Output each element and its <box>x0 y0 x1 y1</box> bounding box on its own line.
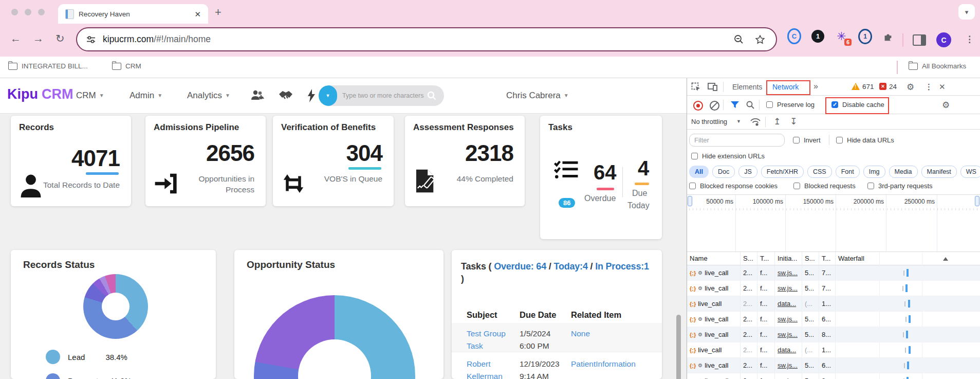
extensions-puzzle-icon[interactable] <box>881 29 895 43</box>
network-request-row[interactable]: {;}⚙live_call 2...f... sw.js... 5...6... <box>687 312 980 327</box>
filter-chip-manifest[interactable]: Manifest <box>921 166 957 178</box>
warning-icon[interactable] <box>852 83 860 90</box>
related-item-link[interactable]: PatientInformation <box>571 359 636 369</box>
tune-icon[interactable] <box>86 34 96 45</box>
clear-network-log-icon[interactable] <box>710 101 719 111</box>
warning-count[interactable]: 671 <box>862 83 874 91</box>
column-status[interactable]: S... <box>741 252 757 265</box>
maximize-window-button[interactable] <box>38 9 45 15</box>
initiator-link[interactable]: sw.js... <box>778 315 798 323</box>
hide-data-urls-checkbox[interactable]: Hide data URLs <box>836 136 894 144</box>
card-verification-of-benefits[interactable]: Verification of Benefits 304 VOB'S in Qu… <box>273 116 394 206</box>
bookmark-star-icon[interactable] <box>754 34 766 45</box>
bookmark-folder-integrated-billing[interactable]: INTEGRATED BILL... <box>8 62 88 70</box>
sort-ascending-icon[interactable] <box>943 257 948 261</box>
card-assessment-responses[interactable]: Assessment Responses 2318 44% Completed <box>405 116 525 206</box>
column-size[interactable]: S... <box>802 252 819 265</box>
filter-chip-js[interactable]: JS <box>738 166 757 178</box>
checkbox-icon[interactable] <box>793 137 800 143</box>
task-row[interactable]: Robert Kellerman 12/19/2023 9:14 AM Pati… <box>452 352 662 379</box>
export-har-icon[interactable]: ↧ <box>790 116 797 127</box>
checkbox-icon[interactable] <box>691 153 698 159</box>
tab-elements[interactable]: Elements <box>732 83 762 91</box>
task-subject-link[interactable]: Kellerman <box>467 372 503 379</box>
inspect-element-icon[interactable] <box>691 82 701 94</box>
card-tasks[interactable]: Tasks 64 Overdue 4 Due Today 86 <box>540 116 662 239</box>
invert-checkbox[interactable]: Invert <box>793 136 821 144</box>
kipu-crm-logo[interactable]: KipuCRM <box>7 86 73 102</box>
network-request-row[interactable]: {;}⚙live_call 2...f... sw.js... 5...6... <box>687 358 980 373</box>
card-admissions-pipeline[interactable]: Admissions Pipeline 2656 Opportunities i… <box>145 116 266 206</box>
extension-c-icon[interactable]: C <box>787 29 801 43</box>
initiator-link[interactable]: sw.js... <box>778 284 798 292</box>
extension-1password-icon[interactable]: 1 <box>858 29 872 43</box>
checkbox-icon[interactable] <box>766 101 773 108</box>
network-request-row[interactable]: {;}⚙live_call 2...f... sw.js... 5...8... <box>687 373 980 379</box>
card-records[interactable]: Records 4071 Total Records to Date <box>11 116 131 206</box>
bookmark-folder-crm[interactable]: CRM <box>112 62 141 70</box>
more-tabs-icon[interactable]: » <box>813 82 818 91</box>
blocked-cookies-checkbox[interactable]: Blocked response cookies <box>689 182 778 190</box>
import-har-icon[interactable]: ↥ <box>773 116 781 127</box>
filter-chip-all[interactable]: All <box>689 166 709 178</box>
initiator-link[interactable]: data... <box>778 346 796 354</box>
global-search[interactable]: ▼ <box>319 85 444 106</box>
add-contact-icon[interactable] <box>250 88 265 104</box>
user-menu[interactable]: Chris Cabrera▼ <box>506 91 569 101</box>
close-window-button[interactable] <box>11 9 18 15</box>
forward-button[interactable]: → <box>33 32 44 45</box>
filter-chip-doc[interactable]: Doc <box>712 166 735 178</box>
chevron-down-icon[interactable]: ▼ <box>736 119 741 124</box>
profile-avatar[interactable]: C <box>936 32 951 47</box>
checkbox-icon[interactable] <box>689 183 696 189</box>
initiator-link[interactable]: sw.js... <box>778 377 798 379</box>
checkbox-icon[interactable] <box>793 183 800 189</box>
reload-button[interactable]: ↻ <box>56 32 65 45</box>
blocked-requests-checkbox[interactable]: Blocked requests <box>793 182 856 190</box>
search-input[interactable] <box>341 92 426 100</box>
timeline-range-handle[interactable] <box>688 196 692 206</box>
column-time[interactable]: T... <box>819 252 836 265</box>
network-timeline-overview[interactable]: 50000 ms 100000 ms 150000 ms 200000 ms 2… <box>687 194 980 252</box>
task-row[interactable]: Test Group Task 1/5/2024 6:00 PM None <box>452 323 662 352</box>
back-button[interactable]: ← <box>10 32 21 45</box>
hide-extension-urls-checkbox[interactable]: Hide extension URLs <box>691 152 765 160</box>
throttling-dropdown[interactable]: No throttling <box>691 118 727 125</box>
column-waterfall[interactable]: Waterfall <box>836 252 980 265</box>
initiator-link[interactable]: sw.js... <box>778 269 798 277</box>
nav-menu-crm[interactable]: CRM▼ <box>76 91 104 101</box>
legend-item-prospect[interactable]: Prospect 41.2% <box>46 373 132 379</box>
tasks-count-badge[interactable]: 86 <box>559 198 575 208</box>
records-status-donut-chart[interactable] <box>83 274 148 339</box>
task-subject-link[interactable]: Robert <box>467 359 491 369</box>
device-toolbar-icon[interactable] <box>708 82 718 93</box>
devtools-menu-icon[interactable]: ⋮ <box>925 82 933 92</box>
extension-counter-icon[interactable]: 1 <box>811 29 825 43</box>
column-type[interactable]: T... <box>757 252 775 265</box>
browser-menu-icon[interactable]: ⋮ <box>965 34 974 45</box>
filter-chip-css[interactable]: CSS <box>807 166 832 178</box>
task-subject-link[interactable]: Task <box>467 341 483 351</box>
error-count[interactable]: 24 <box>889 83 897 91</box>
network-conditions-icon[interactable] <box>750 117 761 128</box>
initiator-link[interactable]: sw.js... <box>778 331 798 338</box>
filter-chip-media[interactable]: Media <box>889 166 918 178</box>
network-request-row[interactable]: {;}live_call 2...f... data... (...1... <box>687 342 980 358</box>
legend-item-lead[interactable]: Lead 38.4% <box>46 350 127 364</box>
record-network-log-icon[interactable] <box>693 101 703 111</box>
checkbox-icon[interactable] <box>836 137 843 143</box>
related-item-link[interactable]: None <box>571 329 590 338</box>
search-network-icon[interactable] <box>746 100 755 111</box>
today-link[interactable]: Today:4 <box>553 261 587 272</box>
lightning-bolt-icon[interactable] <box>306 88 317 105</box>
checkbox-icon[interactable] <box>867 183 874 189</box>
filter-funnel-icon[interactable] <box>730 101 739 111</box>
overdue-link[interactable]: Overdue: 64 <box>494 261 546 272</box>
network-request-row[interactable]: {;}live_call 2...f... data... (...1... <box>687 296 980 312</box>
network-settings-gear-icon[interactable]: ⚙ <box>942 100 950 111</box>
filter-chip-fetch-xhr[interactable]: Fetch/XHR <box>761 166 804 178</box>
address-bar[interactable]: kipucrm.com/#!/main/home <box>76 27 777 51</box>
search-icon[interactable] <box>427 91 437 101</box>
window-controls[interactable] <box>11 8 51 17</box>
initiator-link[interactable]: sw.js... <box>778 362 798 369</box>
